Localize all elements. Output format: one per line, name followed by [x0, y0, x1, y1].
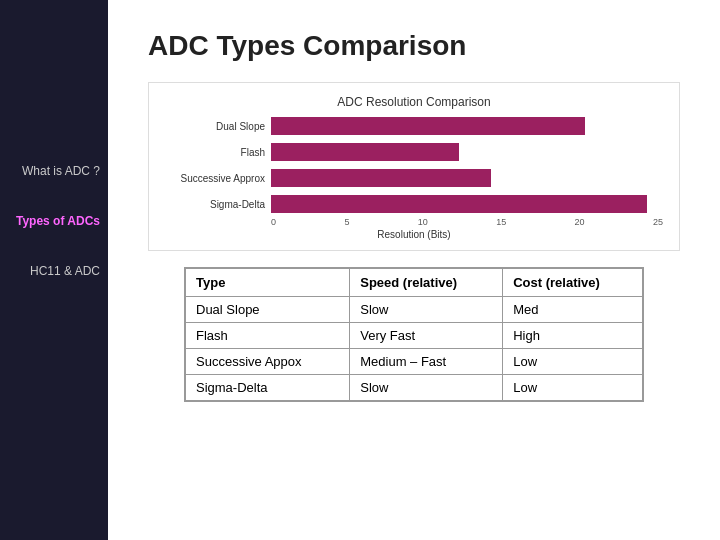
chart-bar-label: Successive Approx	[165, 173, 265, 184]
table-cell: Very Fast	[350, 323, 503, 349]
chart-container: ADC Resolution Comparison Dual SlopeFlas…	[148, 82, 680, 251]
table-row: FlashVery FastHigh	[186, 323, 643, 349]
chart-bar-row: Flash	[165, 143, 663, 161]
chart-bar-row: Successive Approx	[165, 169, 663, 187]
table-header-cell: Cost (relative)	[503, 269, 643, 297]
sidebar-item-types-of-adcs[interactable]: Types of ADCs	[0, 210, 108, 232]
table-cell: Low	[503, 375, 643, 401]
comparison-table: TypeSpeed (relative)Cost (relative) Dual…	[184, 267, 644, 402]
axis-tick: 10	[418, 217, 428, 227]
table-cell: Med	[503, 297, 643, 323]
axis-tick: 25	[653, 217, 663, 227]
chart-bar-row: Sigma-Delta	[165, 195, 663, 213]
chart-bar-container	[271, 117, 663, 135]
chart-title: ADC Resolution Comparison	[165, 95, 663, 109]
chart-bar-label: Dual Slope	[165, 121, 265, 132]
sidebar-item-what-is-adc[interactable]: What is ADC ?	[0, 160, 108, 182]
sidebar: What is ADC ? Types of ADCs HC11 & ADC	[0, 0, 108, 540]
page-title: ADC Types Comparison	[148, 30, 680, 62]
axis-tick: 15	[496, 217, 506, 227]
table-cell: High	[503, 323, 643, 349]
table-cell: Slow	[350, 375, 503, 401]
table-header-cell: Speed (relative)	[350, 269, 503, 297]
table-row: Dual SlopeSlowMed	[186, 297, 643, 323]
chart-bar-container	[271, 169, 663, 187]
table-body: Dual SlopeSlowMedFlashVery FastHighSucce…	[186, 297, 643, 401]
chart-bar-container	[271, 195, 663, 213]
axis-tick: 0	[271, 217, 276, 227]
table-row: Successive AppoxMedium – FastLow	[186, 349, 643, 375]
table-header-cell: Type	[186, 269, 350, 297]
axis-ticks: 0510152025	[271, 217, 663, 227]
chart-axis: 0510152025	[165, 217, 663, 227]
table-cell: Low	[503, 349, 643, 375]
axis-label: Resolution (Bits)	[165, 229, 663, 240]
axis-tick: 5	[344, 217, 349, 227]
chart-bar-row: Dual Slope	[165, 117, 663, 135]
chart-bar-container	[271, 143, 663, 161]
table-cell: Flash	[186, 323, 350, 349]
chart-bar-fill	[271, 143, 459, 161]
table-header: TypeSpeed (relative)Cost (relative)	[186, 269, 643, 297]
table-row: Sigma-DeltaSlowLow	[186, 375, 643, 401]
chart-bar-fill	[271, 117, 585, 135]
sidebar-item-hc11-adc[interactable]: HC11 & ADC	[0, 260, 108, 282]
chart-bar-label: Sigma-Delta	[165, 199, 265, 210]
adc-table: TypeSpeed (relative)Cost (relative) Dual…	[185, 268, 643, 401]
table-cell: Sigma-Delta	[186, 375, 350, 401]
chart-bar-fill	[271, 169, 491, 187]
chart-area: Dual SlopeFlashSuccessive ApproxSigma-De…	[165, 117, 663, 213]
table-cell: Medium – Fast	[350, 349, 503, 375]
chart-bar-label: Flash	[165, 147, 265, 158]
chart-bar-fill	[271, 195, 647, 213]
main-content: ADC Types Comparison ADC Resolution Comp…	[108, 0, 720, 540]
table-cell: Slow	[350, 297, 503, 323]
table-cell: Dual Slope	[186, 297, 350, 323]
table-cell: Successive Appox	[186, 349, 350, 375]
axis-tick: 20	[575, 217, 585, 227]
